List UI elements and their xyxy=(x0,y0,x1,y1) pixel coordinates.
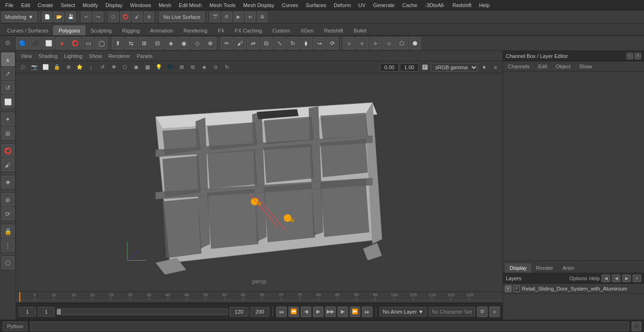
menu-mesh[interactable]: Mesh xyxy=(155,1,174,9)
max-frame-input[interactable] xyxy=(250,307,269,316)
shelf-extrude[interactable]: ⬆ xyxy=(112,37,124,49)
renderer-menu[interactable]: Renderer xyxy=(107,53,132,59)
cam-lock-btn[interactable]: 🔒 xyxy=(52,63,62,72)
menu-display[interactable]: Display xyxy=(102,1,126,9)
shelf-extra6[interactable]: ⬢ xyxy=(409,37,421,49)
soft-mod-btn[interactable]: ⊞ xyxy=(1,127,15,140)
cam-mode-btn[interactable]: 🅿 xyxy=(420,63,430,72)
shelf-extra5[interactable]: ⬡ xyxy=(396,37,408,49)
char-set-settings-btn[interactable]: ⚙ xyxy=(477,307,487,317)
goto-start-btn[interactable]: ⏮ xyxy=(276,307,287,317)
vp-light-btn[interactable]: 💡 xyxy=(154,63,164,72)
rot-y-input[interactable] xyxy=(400,63,419,72)
shelf-cube[interactable]: ⬛ xyxy=(29,37,41,49)
new-btn[interactable]: 📄 xyxy=(42,12,52,22)
render-btn[interactable]: ▶ xyxy=(233,12,244,22)
rotate-btn[interactable]: ↺ xyxy=(1,81,15,94)
play-back-btn[interactable]: ▶ xyxy=(313,307,323,317)
paint-sel-lt-btn[interactable]: 🖌 xyxy=(1,158,15,171)
shelf-subdiv[interactable]: ◉ xyxy=(178,37,190,49)
transport-extra-btn[interactable]: ≡ xyxy=(489,307,500,317)
layers-menu-btn[interactable]: ≡ xyxy=(633,275,641,282)
menu-modify[interactable]: Modify xyxy=(79,1,101,9)
select-tool-btn[interactable]: ⬡ xyxy=(108,12,119,22)
rot-x-input[interactable] xyxy=(380,63,399,72)
snap-btn[interactable]: ⊕ xyxy=(144,12,154,22)
tab-redshift[interactable]: Redshift xyxy=(319,25,348,35)
render-region-btn[interactable]: 🎬 xyxy=(210,12,220,22)
shelf-torus[interactable]: ⭕ xyxy=(69,37,81,49)
cam-orbit-btn[interactable]: ↺ xyxy=(97,63,107,72)
shelf-separate[interactable]: ⊟ xyxy=(151,37,164,49)
cam-extra-btn[interactable]: ≡ xyxy=(490,63,501,72)
layers-add-btn[interactable]: ◀ xyxy=(602,275,610,282)
current-frame-input[interactable] xyxy=(38,307,55,316)
playback-slider[interactable] xyxy=(57,308,228,315)
scale-btn[interactable]: ⬜ xyxy=(1,95,15,108)
tab-custom[interactable]: Custom xyxy=(267,25,296,35)
vp-shaded-btn[interactable]: ◉ xyxy=(131,63,141,72)
color-space-settings-btn[interactable]: ▼ xyxy=(479,63,489,72)
shelf-jiggle[interactable]: ⟳ xyxy=(326,37,339,49)
tab-render[interactable]: Render xyxy=(531,263,558,273)
cam-dolly-btn[interactable]: ↕ xyxy=(86,63,96,72)
lighting-menu[interactable]: Lighting xyxy=(62,53,84,59)
shelf-sculpt[interactable]: 🖌 xyxy=(234,37,246,49)
shelf-deform[interactable]: ⤡ xyxy=(273,37,286,49)
shelf-smooth[interactable]: ◈ xyxy=(165,37,177,49)
tab-xgen[interactable]: XGen xyxy=(295,25,319,35)
anim-layer-dropdown[interactable]: No Anim Layer ▼ xyxy=(380,307,427,316)
shading-menu[interactable]: Shading xyxy=(37,53,59,59)
shelf-wrap[interactable]: ↻ xyxy=(287,37,299,49)
cam-frame-btn[interactable]: ⬜ xyxy=(41,63,51,72)
tab-fx[interactable]: FX xyxy=(213,25,230,35)
show-manip-btn[interactable]: ❖ xyxy=(1,176,15,189)
goto-end-btn[interactable]: ⏭ xyxy=(362,307,372,317)
shelf-mirror[interactable]: ⇌ xyxy=(247,37,259,49)
open-btn[interactable]: 📂 xyxy=(54,12,64,22)
mode-dropdown[interactable]: Modeling ▼ xyxy=(2,12,37,22)
snap-grid-btn[interactable]: ⊕ xyxy=(1,193,15,206)
shelf-insert-edge[interactable]: ⊕ xyxy=(204,37,216,49)
menu-cache[interactable]: Cache xyxy=(399,1,421,9)
show-menu[interactable]: Show xyxy=(87,53,104,59)
cb-nav-show[interactable]: Show xyxy=(577,63,594,70)
menu-3dtall[interactable]: -3DtoAll- xyxy=(421,1,448,9)
next-frame-btn[interactable]: ▶ xyxy=(338,307,348,317)
shelf-extra1[interactable]: ⟐ xyxy=(343,37,355,49)
menu-generate[interactable]: Generate xyxy=(370,1,398,9)
universal-manip-btn[interactable]: ✦ xyxy=(1,113,15,126)
xray-btn[interactable]: ⬡ xyxy=(1,256,15,269)
cb-nav-object[interactable]: Object xyxy=(553,63,572,70)
tab-polygons[interactable]: Polygons xyxy=(53,25,85,35)
menu-surfaces[interactable]: Surfaces xyxy=(303,1,330,9)
play-fwd-btn[interactable]: ▶▶ xyxy=(325,307,336,317)
layers-back-btn[interactable]: ◀ xyxy=(612,275,620,282)
redo-btn[interactable]: ↪ xyxy=(93,12,103,22)
layer-visibility-toggle[interactable]: V xyxy=(505,285,512,292)
view-menu[interactable]: View xyxy=(19,53,34,59)
menu-select[interactable]: Select xyxy=(58,1,79,9)
lasso-sel-btn[interactable]: ⭕ xyxy=(1,144,15,157)
menu-redshift[interactable]: Redshift xyxy=(449,1,475,9)
quick-sel-btn[interactable]: ⋮ xyxy=(1,239,15,252)
vp-hud-btn[interactable]: ⧉ xyxy=(188,63,198,72)
paint-sel-btn[interactable]: 🖌 xyxy=(132,12,142,22)
layers-help[interactable]: Help xyxy=(589,275,600,281)
cb-close-btn[interactable]: × xyxy=(635,53,641,59)
shelf-lattice[interactable]: ⊟ xyxy=(260,37,272,49)
cam-pan-btn[interactable]: ✥ xyxy=(108,63,119,72)
vp-textured-btn[interactable]: ▦ xyxy=(142,63,153,72)
prev-key-btn[interactable]: ⏪ xyxy=(289,307,299,317)
cb-nav-edit[interactable]: Edit xyxy=(536,63,549,70)
ipb-btn[interactable]: ⏯ xyxy=(245,12,256,22)
menu-windows[interactable]: Windows xyxy=(127,1,155,9)
shelf-disk[interactable]: ◯ xyxy=(95,37,107,49)
cam-pick-btn[interactable]: ⊕ xyxy=(63,63,74,72)
vp-depth-btn[interactable]: ↻ xyxy=(222,63,232,72)
tab-curves-surfaces[interactable]: Curves / Surfaces xyxy=(2,25,53,35)
shelf-cylinder[interactable]: ⬜ xyxy=(42,37,55,49)
shelf-nonlin[interactable]: ↝ xyxy=(313,37,325,49)
python-tab-btn[interactable]: Python xyxy=(3,322,27,331)
shelf-sphere[interactable]: 🔵 xyxy=(16,37,28,49)
